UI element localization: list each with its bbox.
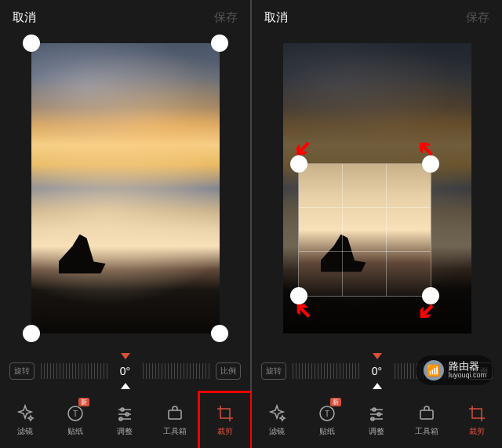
canvas-area [0, 35, 250, 349]
svg-text:T: T [325, 410, 329, 418]
rotation-slider-row: 旋转 0° 比例 [0, 349, 250, 393]
crop-icon [467, 404, 486, 423]
rotation-degree: 0° [115, 365, 136, 377]
slider-ticks-left[interactable] [41, 363, 108, 379]
toolbox-icon [417, 404, 436, 423]
new-badge: 新 [78, 398, 89, 406]
slider-marker-bottom-icon [121, 383, 130, 389]
tool-crop-label: 裁剪 [469, 426, 485, 437]
tool-toolbox[interactable]: 工具箱 [150, 393, 200, 448]
tool-filter[interactable]: 滤镜 [252, 393, 302, 448]
cancel-button[interactable]: 取消 [13, 10, 36, 25]
tool-adjust-label: 调整 [369, 426, 384, 437]
tool-adjust[interactable]: 调整 [352, 393, 402, 448]
rotate-button[interactable]: 旋转 [261, 362, 286, 380]
watermark: 📶 路由器 luyouqi.com [416, 355, 494, 385]
crop-handle-top-right[interactable] [211, 35, 228, 52]
rotation-degree: 0° [366, 365, 388, 377]
sticker-icon: T [318, 404, 336, 423]
editor-screen-left: 取消 保存 旋转 0° 比例 [0, 0, 250, 448]
tool-toolbox[interactable]: 工具箱 [402, 393, 452, 448]
tool-sticker-label: 贴纸 [67, 426, 83, 437]
bottom-toolbar: 滤镜 新 T 贴纸 调整 工具箱 裁剪 [0, 393, 250, 448]
toolbox-icon [166, 404, 184, 423]
adjust-icon [367, 404, 386, 423]
photo-container[interactable] [31, 43, 220, 333]
svg-rect-17 [420, 410, 433, 419]
filter-icon [16, 404, 35, 423]
topbar: 取消 保存 [252, 0, 502, 35]
crop-region[interactable]: ➔ ➔ ➔ ➔ [299, 164, 431, 296]
slider-marker-top-icon [121, 353, 130, 359]
tool-toolbox-label: 工具箱 [415, 426, 438, 437]
tool-filter-label: 滤镜 [17, 426, 33, 437]
tool-sticker-label: 贴纸 [319, 426, 335, 437]
slider-ticks-left[interactable] [293, 363, 360, 379]
tool-filter-label: 滤镜 [269, 426, 285, 437]
tool-filter[interactable]: 滤镜 [0, 393, 50, 448]
tool-crop-label: 裁剪 [217, 426, 233, 437]
crop-handle-bottom-right[interactable] [211, 325, 228, 342]
rotate-button[interactable]: 旋转 [9, 362, 35, 380]
ratio-button[interactable]: 比例 [216, 362, 241, 380]
slider-marker-top-icon [373, 353, 382, 359]
topbar: 取消 保存 [0, 0, 250, 35]
editor-screen-right: 取消 保存 ➔ [252, 0, 502, 448]
svg-rect-8 [169, 410, 181, 419]
filter-icon [267, 404, 286, 423]
new-badge: 新 [330, 398, 341, 406]
sticker-icon: T [66, 404, 85, 423]
crop-handle-bottom-left[interactable] [23, 325, 40, 342]
svg-text:T: T [73, 410, 78, 418]
tool-sticker[interactable]: 新 T 贴纸 [302, 393, 352, 448]
photo [31, 43, 220, 333]
canvas-area: ➔ ➔ ➔ ➔ [252, 35, 502, 349]
save-button[interactable]: 保存 [214, 10, 238, 25]
watermark-logo-icon: 📶 [424, 360, 444, 381]
slider-ticks-right[interactable] [143, 363, 210, 379]
bottom-toolbar: 滤镜 新 T 贴纸 调整 工具箱 裁剪 [252, 393, 502, 448]
crop-handle-top-left[interactable] [23, 35, 40, 52]
tool-crop[interactable]: 裁剪 [200, 393, 250, 448]
tool-adjust-label: 调整 [117, 426, 133, 437]
crop-icon [216, 404, 235, 423]
slider-marker-bottom-icon [373, 383, 382, 389]
tool-toolbox-label: 工具箱 [163, 426, 187, 437]
cancel-button[interactable]: 取消 [264, 10, 288, 25]
tool-crop[interactable]: 裁剪 [452, 393, 502, 448]
watermark-title: 路由器 [449, 361, 486, 372]
watermark-url: luyouqi.com [449, 372, 486, 380]
save-button[interactable]: 保存 [466, 10, 489, 25]
adjust-icon [115, 404, 134, 423]
tool-adjust[interactable]: 调整 [100, 393, 151, 448]
photo-container[interactable]: ➔ ➔ ➔ ➔ [283, 43, 471, 333]
tool-sticker[interactable]: 新 T 贴纸 [50, 393, 100, 448]
